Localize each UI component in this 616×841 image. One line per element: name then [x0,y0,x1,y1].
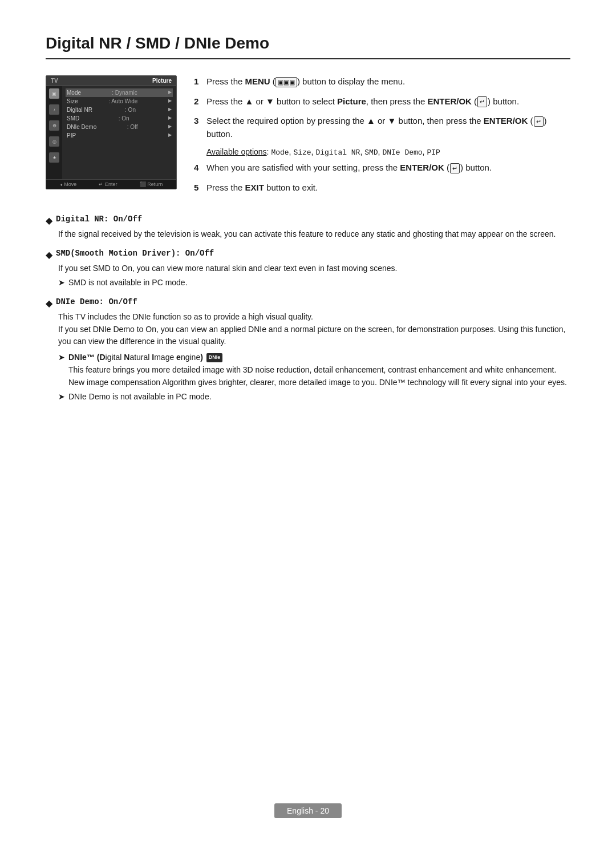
icon-input: ◎ [49,136,59,147]
arrow-point-smd: ➤ SMD is not available in PC mode. [58,277,570,289]
diamond-bullet-3: ◆ [46,298,52,309]
bullet-dnie-demo: ◆ DNIe Demo: On/Off This TV includes the… [46,297,570,403]
bullet-title-smd: SMD(Smooth Motion Driver): On/Off [56,249,214,258]
steps-area: 1 Press the MENU (▣▣▣) button to display… [194,75,570,201]
menu-image-wrapper: TV Picture ▣ ♪ ⚙ ◎ ★ Mode : Dynamic [46,75,177,201]
menu-icon: ▣▣▣ [275,77,297,88]
bullet-digital-nr: ◆ Digital NR: On/Off If the signal recei… [46,215,570,241]
menu-row-digital-nr: Digital NR : On ▶ [66,106,173,114]
menu-row-dnie-demo: DNIe Demo : Off ▶ [66,123,173,131]
menu-rows: Mode : Dynamic ▶ Size : Auto Wide ▶ Digi… [62,86,176,188]
footer-badge: English - 20 [274,803,342,818]
enter-key-icon-2: ↵ [534,116,544,127]
picture-label: Picture [152,78,172,84]
page-title: Digital NR / SMD / DNIe Demo [46,34,570,59]
menu-body: ▣ ♪ ⚙ ◎ ★ Mode : Dynamic ▶ Size [46,86,176,188]
content-top: TV Picture ▣ ♪ ⚙ ◎ ★ Mode : Dynamic [46,75,570,201]
bullet-title-digital-nr: Digital NR: On/Off [56,215,142,224]
tv-menu-image: TV Picture ▣ ♪ ⚙ ◎ ★ Mode : Dynamic [46,75,177,189]
arrow-point-dnie-pc: ➤ DNIe Demo is not available in PC mode. [58,391,570,403]
bullet-smd: ◆ SMD(Smooth Motion Driver): On/Off If y… [46,249,570,289]
step-1: 1 Press the MENU (▣▣▣) button to display… [194,75,570,88]
menu-footer: ⬧ Move ↵ Enter ⬛ Return [46,179,176,189]
icon-settings: ⚙ [49,120,59,131]
step-3: 3 Select the required option by pressing… [194,115,570,140]
enter-key-icon: ↵ [477,96,487,107]
step-5: 5 Press the EXIT button to exit. [194,181,570,195]
bullet-body-smd: If you set SMD to On, you can view more … [58,262,570,289]
menu-row-pip: PIP ▶ [66,131,173,140]
sidebar-icons: ▣ ♪ ⚙ ◎ ★ [46,86,62,188]
bullet-body-digital-nr: If the signal received by the television… [58,228,570,241]
tv-label: TV [51,78,58,84]
enter-key-icon-3: ↵ [450,163,460,174]
icon-channel: ★ [49,152,59,163]
icon-sound: ♪ [49,104,59,115]
menu-row-smd: SMD : On ▶ [66,114,173,123]
page: Digital NR / SMD / DNIe Demo TV Picture … [0,0,616,841]
menu-row-mode: Mode : Dynamic ▶ [66,88,173,97]
diamond-bullet-2: ◆ [46,249,52,260]
bullet-title-dnie-demo: DNIe Demo: On/Off [56,297,137,306]
available-options: Available options: Mode, Size, Digital N… [206,147,570,157]
menu-row-size: Size : Auto Wide ▶ [66,97,173,106]
diamond-bullet-1: ◆ [46,215,52,226]
icon-picture: ▣ [49,88,59,99]
arrow-point-dnie-badge: ➤ DNIe™ (Digital Natural Image engine) D… [58,351,570,389]
tv-menu-header: TV Picture [46,76,176,86]
dnie-badge: DNIe [206,353,223,362]
bullet-body-dnie-demo: This TV includes the DNIe function so as… [58,311,570,403]
step-2: 2 Press the ▲ or ▼ button to select Pict… [194,95,570,108]
step-4: 4 When you are satisfied with your setti… [194,161,570,175]
page-footer: English - 20 [0,803,616,818]
